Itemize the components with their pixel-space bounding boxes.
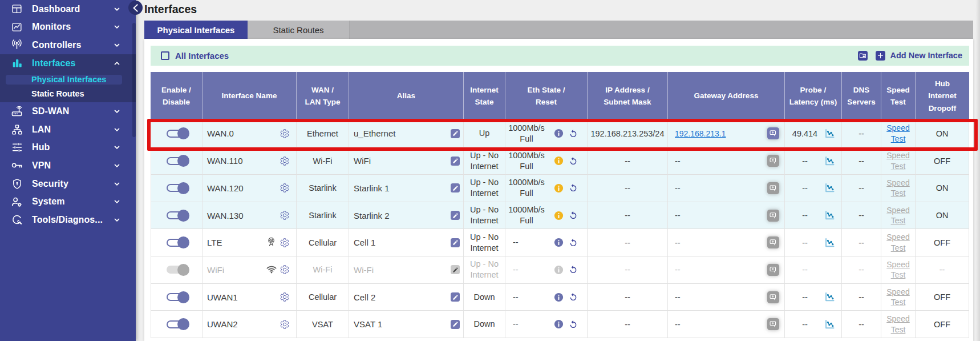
gateway-link[interactable]: 192.168.213.1 — [675, 129, 726, 138]
gear-icon[interactable] — [280, 238, 290, 248]
enable-toggle[interactable] — [167, 318, 189, 331]
edit-alias-button[interactable] — [451, 157, 460, 166]
reset-icon[interactable] — [569, 238, 578, 247]
sidebar-subitem-physical-interfaces[interactable]: Physical Interfaces — [0, 72, 136, 86]
ping-button[interactable] — [767, 127, 779, 139]
speed-test-link[interactable]: SpeedTest — [886, 287, 909, 308]
enable-toggle[interactable] — [167, 127, 189, 141]
reset-icon[interactable] — [569, 211, 578, 220]
enable-toggle[interactable] — [167, 208, 189, 222]
gear-icon[interactable] — [280, 319, 290, 330]
info-icon[interactable] — [553, 292, 564, 303]
sidebar-item-sd-wan[interactable]: SD-WAN — [0, 102, 136, 121]
edit-alias-button[interactable] — [451, 265, 460, 274]
speed-test-link[interactable]: SpeedTest — [886, 178, 909, 199]
interface-name: WAN.110 — [207, 156, 243, 166]
reset-icon[interactable] — [569, 129, 578, 138]
sidebar-item-controllers[interactable]: Controllers — [0, 36, 136, 54]
ping-button[interactable] — [767, 155, 779, 167]
column-header-speed[interactable]: SpeedTest — [881, 72, 916, 121]
column-header-gateway[interactable]: Gateway Address — [668, 72, 785, 121]
enable-toggle[interactable] — [167, 236, 189, 250]
info-icon[interactable] — [553, 183, 564, 194]
all-interfaces-checkbox[interactable] — [161, 51, 169, 60]
info-icon[interactable] — [553, 264, 564, 275]
column-header-probe[interactable]: Probe /Latency (ms) — [785, 72, 842, 121]
gear-icon[interactable] — [280, 183, 290, 193]
info-icon[interactable] — [553, 319, 564, 330]
latency-chart-icon[interactable] — [824, 129, 836, 139]
sidebar-item-system[interactable]: System — [0, 192, 136, 211]
reset-icon[interactable] — [569, 320, 578, 329]
edit-alias-button[interactable] — [451, 292, 460, 302]
column-header-name[interactable]: Interface Name — [203, 72, 297, 121]
info-icon[interactable] — [553, 237, 564, 248]
latency-chart-icon[interactable] — [824, 156, 836, 166]
enable-toggle[interactable] — [167, 181, 189, 195]
speed-test-link[interactable]: SpeedTest — [886, 205, 909, 226]
page-scrollbar[interactable] — [975, 0, 980, 341]
edit-alias-button[interactable] — [451, 211, 460, 220]
add-new-interface-label[interactable]: Add New Interface — [890, 51, 963, 60]
cell-dns-servers: -- — [842, 311, 881, 338]
info-icon[interactable] — [553, 128, 564, 139]
speed-test-link[interactable]: SpeedTest — [886, 123, 909, 144]
sidebar-scrollbar[interactable] — [132, 23, 136, 137]
sidebar-item-monitors[interactable]: Monitors — [0, 18, 136, 37]
gear-icon[interactable] — [280, 292, 290, 302]
edit-alias-button[interactable] — [451, 238, 460, 247]
ping-button[interactable] — [767, 264, 779, 276]
column-header-alias[interactable]: Alias — [349, 72, 464, 121]
speed-test-link[interactable]: SpeedTest — [886, 314, 909, 335]
gear-icon[interactable] — [280, 156, 290, 166]
ping-button[interactable] — [767, 291, 779, 303]
latency-chart-icon[interactable] — [824, 319, 836, 330]
latency-chart-icon[interactable] — [824, 210, 836, 220]
sidebar-item-hub[interactable]: Hub — [0, 139, 136, 157]
sidebar-item-security[interactable]: Security — [0, 175, 136, 193]
back-button[interactable] — [128, 1, 143, 15]
edit-alias-button[interactable] — [451, 320, 460, 329]
add-new-interface-button[interactable] — [876, 51, 885, 61]
column-header-dns[interactable]: DNSServers — [842, 72, 881, 121]
sidebar-item-lan[interactable]: LAN — [0, 121, 136, 139]
edit-alias-button[interactable] — [451, 183, 460, 192]
ping-button[interactable] — [767, 210, 779, 222]
tab-static-routes[interactable]: Static Routes — [248, 21, 350, 39]
gear-icon[interactable] — [280, 210, 290, 220]
enable-toggle[interactable] — [167, 154, 189, 168]
latency-chart-icon[interactable] — [824, 238, 836, 248]
reset-icon[interactable] — [569, 292, 578, 302]
sidebar-item-tools-diagnos[interactable]: Tools/Diagnos... — [0, 211, 136, 229]
reset-icon[interactable] — [569, 157, 578, 166]
reset-icon[interactable] — [569, 265, 578, 274]
info-icon[interactable] — [553, 210, 564, 221]
sidebar-item-interfaces[interactable]: Interfaces — [0, 54, 136, 73]
enable-toggle[interactable] — [167, 263, 189, 276]
column-header-eth[interactable]: Eth State /Reset — [505, 72, 588, 121]
sidebar-item-vpn[interactable]: VPN — [0, 157, 136, 175]
ping-button[interactable] — [767, 182, 779, 194]
sidebar-subitem-static-routes[interactable]: Static Routes — [0, 86, 136, 101]
ping-button[interactable] — [767, 318, 779, 330]
interface-groups-button[interactable] — [858, 51, 868, 61]
column-header-type[interactable]: WAN /LAN Type — [297, 72, 349, 121]
sidebar-item-dashboard[interactable]: Dashboard — [0, 0, 136, 18]
gear-icon[interactable] — [280, 129, 290, 139]
edit-alias-button[interactable] — [451, 129, 460, 138]
latency-chart-icon[interactable] — [824, 183, 836, 193]
speed-test-link[interactable]: SpeedTest — [886, 232, 909, 253]
reset-icon[interactable] — [569, 183, 578, 192]
tab-physical-interfaces[interactable]: Physical Interfaces — [144, 21, 248, 39]
speed-test-link[interactable]: SpeedTest — [886, 259, 909, 280]
ping-button[interactable] — [767, 236, 779, 248]
column-header-internet[interactable]: InternetState — [464, 72, 505, 121]
gear-icon[interactable] — [280, 264, 290, 275]
column-header-ip[interactable]: IP Address /Subnet Mask — [588, 72, 668, 121]
column-header-enable[interactable]: Enable /Disable — [151, 72, 203, 121]
enable-toggle[interactable] — [167, 290, 189, 304]
info-icon[interactable] — [553, 155, 564, 166]
latency-chart-icon[interactable] — [824, 292, 836, 302]
speed-test-link[interactable]: SpeedTest — [886, 150, 909, 171]
column-header-hub[interactable]: HubInternetDropoff — [916, 72, 969, 121]
